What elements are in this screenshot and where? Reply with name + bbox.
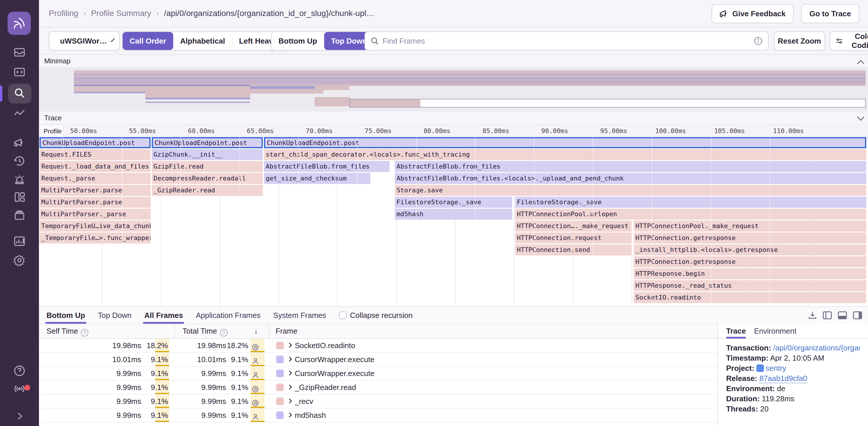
detail-link[interactable]: sentry <box>766 364 786 372</box>
sentry-logo[interactable] <box>7 12 31 35</box>
flame-frame[interactable]: HTTPResponse._read_status <box>634 280 866 291</box>
layout-left-icon[interactable] <box>823 311 832 319</box>
find-frames-input[interactable] <box>382 37 750 45</box>
flame-frame[interactable]: ChunkUploadEndpoint.post <box>152 137 263 148</box>
tab-application-frames[interactable]: Application Frames <box>196 307 260 324</box>
table-row[interactable]: 9.99ms9.1%9.99ms9.1%_recv <box>39 395 717 408</box>
flame-frame[interactable]: HTTPConnectionPool.urlopen <box>515 209 866 220</box>
sidebar-item-settings-gear[interactable] <box>0 251 39 270</box>
flame-frame[interactable]: AbstractFileBlob.from_files <box>395 161 866 172</box>
sidebar-item-explore-code[interactable] <box>0 63 39 81</box>
flame-frame[interactable]: HTTPConnectionPool._make_request <box>634 221 866 232</box>
details-tab-environment[interactable]: Environment <box>754 323 797 338</box>
tab-all-frames[interactable]: All Frames <box>144 307 183 324</box>
flame-frame[interactable]: _install_httplib.<locals>.getresponse <box>634 244 866 255</box>
flame-frame[interactable]: FilestoreStorage._save <box>395 197 512 208</box>
expand-chevron-icon[interactable] <box>287 357 292 362</box>
flame-frame[interactable]: Storage.save <box>395 185 866 196</box>
expand-chevron-icon[interactable] <box>287 343 292 348</box>
sidebar-item-stats-chart[interactable] <box>0 232 39 251</box>
flame-frame[interactable]: Request.FILES <box>39 149 151 160</box>
minimap-viewport[interactable] <box>349 99 866 107</box>
flame-frame[interactable]: GzipChunk.__init__ <box>152 149 263 160</box>
sidebar-item-issues-inbox[interactable] <box>0 43 39 62</box>
breadcrumb-item[interactable]: Profiling <box>49 9 78 18</box>
sidebar-item-search[interactable] <box>0 84 39 102</box>
flame-frame[interactable]: get_size_and_checksum <box>264 173 370 184</box>
tab-top-down[interactable]: Top Down <box>98 307 132 324</box>
table-row[interactable]: 19.98ms18.2%19.98ms18.2%SocketIO.readint… <box>39 339 717 353</box>
sidebar-item-megaphone[interactable] <box>0 134 39 152</box>
flame-frame[interactable]: ChunkUploadEndpoint.post <box>39 137 151 148</box>
sort-call-order[interactable]: Call Order <box>123 32 173 50</box>
flame-frame[interactable]: MultiPartParser.parse <box>39 197 151 208</box>
flame-frame[interactable]: GzipFile.read <box>152 161 263 172</box>
flame-frame[interactable]: Request._load_data_and_files <box>39 161 151 172</box>
give-feedback-button[interactable]: Give Feedback <box>712 4 794 23</box>
sidebar-item-performance-wave[interactable] <box>0 105 39 123</box>
flame-frame[interactable]: start_child_span_decorator.<locals>.func… <box>264 149 866 160</box>
detail-link[interactable]: 87aab1d9cfa0 <box>759 374 807 383</box>
collapse-recursion-checkbox[interactable] <box>339 312 346 319</box>
trace-header[interactable]: Trace <box>39 111 868 125</box>
sidebar-item-replays-clock[interactable] <box>0 152 39 170</box>
sidebar-item-broadcast[interactable] <box>0 380 39 398</box>
flame-frame[interactable]: SocketIO.readinto <box>634 292 866 303</box>
reset-zoom-button[interactable]: Reset Zoom <box>774 31 825 51</box>
flame-frame[interactable]: TemporaryFileU…ive_data_chunk <box>39 221 151 232</box>
self-time-header[interactable]: Self Time? <box>46 327 88 336</box>
details-tab-trace[interactable]: Trace <box>726 323 746 338</box>
sort-arrow-icon[interactable]: ↓ <box>254 327 258 336</box>
sidebar-item-alerts-siren[interactable] <box>0 170 39 189</box>
flame-frame[interactable]: FilestoreStorage._save <box>515 197 866 208</box>
flame-frame[interactable]: _GzipReader.read <box>152 185 263 196</box>
minimap-header[interactable]: Minimap <box>39 55 868 68</box>
flame-frame[interactable]: AbstractFileBlob.from_files.<locals>._up… <box>395 173 866 184</box>
sidebar-item-expand-chevron[interactable] <box>0 407 39 425</box>
breadcrumb-item[interactable]: Profile Summary <box>91 9 151 18</box>
info-icon[interactable] <box>754 37 762 45</box>
flame-frame[interactable]: AbstractFileBlob.from_files <box>264 161 390 172</box>
total-time-header[interactable]: Total Time? <box>183 327 227 336</box>
flame-frame[interactable]: HTTPConnection.getresponse <box>634 232 866 243</box>
minimap-canvas[interactable] <box>39 68 868 111</box>
flame-frame[interactable]: HTTPConnection.getresponse <box>634 256 866 267</box>
layout-bottom-icon[interactable] <box>838 311 847 319</box>
download-icon[interactable] <box>808 311 817 320</box>
table-row[interactable]: 10.01ms9.1%10.01ms9.1%CursorWrapper.exec… <box>39 353 717 367</box>
sidebar-item-releases-archive[interactable] <box>0 206 39 224</box>
flame-frame[interactable]: DecompressReader.readall <box>152 173 263 184</box>
flame-frame[interactable]: HTTPConnection.send <box>515 244 631 255</box>
table-row[interactable]: 9.99ms9.1%9.99ms9.1%_GzipReader.read <box>39 381 717 395</box>
flame-frame[interactable]: HTTPConnection.request <box>515 232 631 243</box>
thread-selector[interactable]: uWSGIWor… <box>49 31 120 51</box>
frame-header[interactable]: Frame <box>276 327 298 336</box>
flamegraph[interactable]: ChunkUploadEndpoint.postChunkUploadEndpo… <box>39 137 868 306</box>
detail-link[interactable]: /api/0/organizations/{organ… <box>773 343 860 352</box>
tab-bottom-up[interactable]: Bottom Up <box>46 307 85 324</box>
expand-chevron-icon[interactable] <box>287 385 292 390</box>
view-bottom-up[interactable]: Bottom Up <box>272 32 324 50</box>
flame-frame[interactable]: HTTPResponse.begin <box>634 268 866 279</box>
details-panel: TraceEnvironment Transaction: /api/0/org… <box>717 324 868 426</box>
flame-frame[interactable]: MultiPartParser._parse <box>39 209 151 220</box>
flame-frame[interactable]: Request._parse <box>39 173 151 184</box>
flame-frame[interactable]: md5hash <box>395 209 512 220</box>
sidebar-item-help-circle[interactable] <box>0 361 39 380</box>
expand-chevron-icon[interactable] <box>287 371 292 376</box>
sidebar-item-dashboards-blocks[interactable] <box>0 188 39 206</box>
profile-tab[interactable]: Profile <box>39 126 64 137</box>
tab-system-frames[interactable]: System Frames <box>273 307 326 324</box>
table-row[interactable]: 9.99ms9.1%9.99ms9.1%CursorWrapper.execut… <box>39 367 717 381</box>
table-row[interactable]: 9.99ms9.1%9.99ms9.1%md5hash <box>39 408 717 423</box>
sort-alphabetical[interactable]: Alphabetical <box>173 32 232 50</box>
layout-right-icon[interactable] <box>853 311 862 319</box>
flame-frame[interactable]: HTTPConnection…._make_request <box>515 221 631 232</box>
go-to-trace-button[interactable]: Go to Trace <box>801 4 859 23</box>
expand-chevron-icon[interactable] <box>287 399 292 404</box>
expand-chevron-icon[interactable] <box>287 413 292 418</box>
flame-frame[interactable]: ChunkUploadEndpoint.post <box>264 137 866 148</box>
flame-frame[interactable]: MultiPartParser.parse <box>39 185 151 196</box>
color-coding-button[interactable]: Color Coding <box>830 31 868 51</box>
flame-frame[interactable]: _TemporaryFile…>.func_wrapper <box>39 232 151 243</box>
